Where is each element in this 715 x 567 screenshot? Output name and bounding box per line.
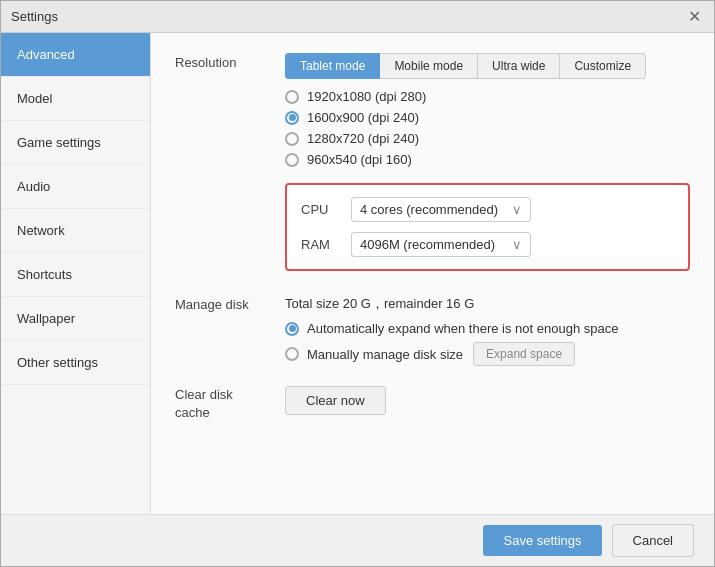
- clear-disk-label: Clear diskcache: [175, 386, 285, 422]
- sidebar-item-other-settings[interactable]: Other settings: [1, 341, 150, 385]
- settings-window: Settings ✕ Advanced Model Game settings …: [0, 0, 715, 567]
- resolution-tabs: Tablet mode Mobile mode Ultra wide Custo…: [285, 53, 690, 79]
- ram-value: 4096M (recommended): [360, 237, 495, 252]
- resolution-option-1[interactable]: 1600x900 (dpi 240): [285, 110, 690, 125]
- content-area: Resolution Tablet mode Mobile mode Ultra…: [151, 33, 714, 514]
- sidebar-item-audio[interactable]: Audio: [1, 165, 150, 209]
- sidebar-item-game-settings[interactable]: Game settings: [1, 121, 150, 165]
- sidebar-item-model[interactable]: Model: [1, 77, 150, 121]
- manage-disk-content: Total size 20 G，remainder 16 G Automatic…: [285, 295, 690, 372]
- radio-disk-auto: [285, 322, 299, 336]
- sidebar-item-network[interactable]: Network: [1, 209, 150, 253]
- radio-1920: [285, 90, 299, 104]
- sidebar: Advanced Model Game settings Audio Netwo…: [1, 33, 151, 514]
- resolution-label-3: 960x540 (dpi 160): [307, 152, 412, 167]
- tab-tablet-mode[interactable]: Tablet mode: [285, 53, 380, 79]
- ram-select[interactable]: 4096M (recommended) ∨: [351, 232, 531, 257]
- cpu-ram-content: CPU 4 cores (recommended) ∨ RAM 4096M (r…: [285, 183, 690, 285]
- manage-disk-label: Manage disk: [175, 295, 285, 312]
- ram-dropdown-arrow: ∨: [512, 237, 522, 252]
- sidebar-item-advanced[interactable]: Advanced: [1, 33, 150, 77]
- radio-1280: [285, 132, 299, 146]
- cpu-row: CPU 4 cores (recommended) ∨: [301, 197, 674, 222]
- tab-customize[interactable]: Customize: [559, 53, 646, 79]
- window-title: Settings: [11, 9, 58, 24]
- cpu-label: CPU: [301, 202, 351, 217]
- resolution-content: Tablet mode Mobile mode Ultra wide Custo…: [285, 53, 690, 173]
- close-button[interactable]: ✕: [684, 7, 704, 27]
- resolution-label-2: 1280x720 (dpi 240): [307, 131, 419, 146]
- disk-auto-option[interactable]: Automatically expand when there is not e…: [285, 321, 690, 336]
- resolution-section: Resolution Tablet mode Mobile mode Ultra…: [175, 53, 690, 173]
- manage-disk-section: Manage disk Total size 20 G，remainder 16…: [175, 295, 690, 372]
- cpu-ram-spacer: [175, 183, 285, 185]
- tab-ultra-wide[interactable]: Ultra wide: [477, 53, 560, 79]
- resolution-option-0[interactable]: 1920x1080 (dpi 280): [285, 89, 690, 104]
- disk-info-text: Total size 20 G，remainder 16 G: [285, 295, 690, 313]
- disk-manual-label: Manually manage disk size: [307, 347, 463, 362]
- resolution-label-1: 1600x900 (dpi 240): [307, 110, 419, 125]
- expand-space-button[interactable]: Expand space: [473, 342, 575, 366]
- save-settings-button[interactable]: Save settings: [483, 525, 601, 556]
- cpu-dropdown-arrow: ∨: [512, 202, 522, 217]
- cpu-ram-row: CPU 4 cores (recommended) ∨ RAM 4096M (r…: [175, 183, 690, 285]
- resolution-option-2[interactable]: 1280x720 (dpi 240): [285, 131, 690, 146]
- radio-1600: [285, 111, 299, 125]
- ram-row: RAM 4096M (recommended) ∨: [301, 232, 674, 257]
- cpu-select[interactable]: 4 cores (recommended) ∨: [351, 197, 531, 222]
- disk-manual-option[interactable]: Manually manage disk size Expand space: [285, 342, 690, 366]
- cpu-ram-box: CPU 4 cores (recommended) ∨ RAM 4096M (r…: [285, 183, 690, 271]
- title-bar: Settings ✕: [1, 1, 714, 33]
- clear-disk-section: Clear diskcache Clear now: [175, 386, 690, 422]
- disk-auto-label: Automatically expand when there is not e…: [307, 321, 618, 336]
- main-content: Advanced Model Game settings Audio Netwo…: [1, 33, 714, 514]
- radio-disk-manual: [285, 347, 299, 361]
- resolution-label-0: 1920x1080 (dpi 280): [307, 89, 426, 104]
- clear-disk-content: Clear now: [285, 386, 690, 415]
- radio-960: [285, 153, 299, 167]
- ram-label: RAM: [301, 237, 351, 252]
- cpu-value: 4 cores (recommended): [360, 202, 498, 217]
- resolution-label: Resolution: [175, 53, 285, 70]
- sidebar-item-wallpaper[interactable]: Wallpaper: [1, 297, 150, 341]
- bottom-bar: Save settings Cancel: [1, 514, 714, 566]
- tab-mobile-mode[interactable]: Mobile mode: [379, 53, 478, 79]
- resolution-option-3[interactable]: 960x540 (dpi 160): [285, 152, 690, 167]
- cancel-button[interactable]: Cancel: [612, 524, 694, 557]
- sidebar-item-shortcuts[interactable]: Shortcuts: [1, 253, 150, 297]
- clear-now-button[interactable]: Clear now: [285, 386, 386, 415]
